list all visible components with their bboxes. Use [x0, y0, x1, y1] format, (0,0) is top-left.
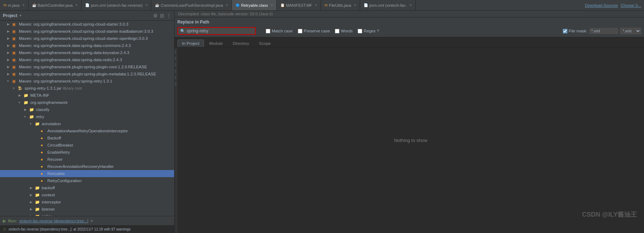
tree-item-org-springframework[interactable]: ▾ 📁 org.springframework: [0, 99, 174, 106]
tab-file-utils[interactable]: m FileUtils.java ×: [321, 0, 360, 10]
scope-tab-module[interactable]: Module: [205, 39, 228, 47]
tree-item-maven-cloud-starter[interactable]: ▶ ▣ Maven: org.springframework.cloud:spr…: [0, 21, 174, 28]
choose-link[interactable]: Choose S...: [621, 3, 641, 7]
tree-item-policy-pkg[interactable]: ▶ 📁 policy: [0, 213, 174, 216]
tree-item-retry-config[interactable]: ● RetryConfiguration: [0, 177, 174, 184]
tree-item-maven-openfeign[interactable]: ▶ ▣ Maven: org.springframework.cloud:spr…: [0, 35, 174, 42]
tree-container[interactable]: ▶ ▣ Maven: org.springframework.cloud:spr…: [0, 21, 174, 216]
tree-item-interceptor-pkg[interactable]: ▶ 📁 interceptor: [0, 198, 174, 206]
tab-pom-xml-1-label: pom.xml (xintech-fac-reverse): [91, 3, 142, 7]
class-icon-8: ●: [41, 179, 46, 183]
tab-common-loan[interactable]: ☕ CommonLoanPushServiceImpl.java ×: [151, 0, 232, 10]
words-input[interactable]: [335, 29, 339, 33]
warning-icon: ⚠: [3, 227, 6, 232]
tree-item-enable-retry[interactable]: ● EnableRetry: [0, 149, 174, 156]
words-checkbox[interactable]: Words: [335, 29, 353, 33]
tree-item-maven-plugin-meta[interactable]: ▶ ▣ Maven: org.springframework.plugin:sp…: [0, 70, 174, 78]
run-close-button[interactable]: ×: [90, 218, 93, 223]
main-area: Project ▾ ⚙ ⊟ ⋮ ▶ ▣ Maven: org.springfra…: [0, 11, 644, 233]
tab-batch-controller-label: BatchController.java: [38, 3, 73, 7]
run-task-link[interactable]: xintech-fac-reverse [dependency:tree...]: [19, 219, 88, 223]
match-case-checkbox[interactable]: Match case: [266, 29, 293, 33]
tab-pom-xml-2-label: pom.xml (xintech-fac-: [369, 3, 407, 7]
scope-tab-in-project[interactable]: In Project: [177, 39, 204, 47]
tree-item-retry[interactable]: ▾ 📁 retry: [0, 113, 174, 120]
jar-icon: 🗜: [18, 86, 24, 90]
mf-icon: 📋: [280, 3, 285, 7]
class-icon: 🔷: [235, 3, 240, 7]
search-bar: Replace in Path 🔍 Match case Preserve ca…: [175, 17, 644, 37]
xml-icon-2: 📄: [364, 3, 368, 7]
search-input[interactable]: [187, 28, 253, 33]
download-sources-link[interactable]: Download Sources: [585, 3, 618, 7]
scope-tab-directory[interactable]: Directory: [228, 39, 254, 47]
tab-pom-xml-2[interactable]: 📄 pom.xml (xintech-fac- ×: [360, 0, 416, 10]
maven-icon-7: ▣: [12, 65, 18, 69]
preserve-case-input[interactable]: [298, 29, 302, 33]
run-status-message: xintech-fac-reverse [dependency:tree...]…: [9, 227, 130, 231]
dropdown-arrow[interactable]: ▾: [20, 14, 21, 17]
gear-icon[interactable]: ⋮: [166, 13, 171, 18]
file-mask-input-check[interactable]: [563, 29, 567, 33]
tree-item-recover-annotation[interactable]: ● RecoverAnnotationRecoveryHandler: [0, 163, 174, 170]
scope-tab-scope[interactable]: Scope: [254, 39, 275, 47]
folder-icon-4: 📁: [29, 115, 35, 119]
tree-item-jar-root[interactable]: ▾ 🗜 spring-retry-1.3.1.jar library root: [0, 85, 174, 92]
preserve-case-checkbox[interactable]: Preserve case: [298, 29, 330, 33]
tab-retryable-close[interactable]: ×: [271, 3, 273, 7]
tab-pom-xml-2-close[interactable]: ×: [410, 3, 412, 7]
tree-item-listener-pkg[interactable]: ▶ 📁 listener: [0, 206, 174, 213]
settings-icon[interactable]: ⚙: [153, 13, 158, 18]
class-icon-4: ●: [41, 150, 46, 154]
match-case-input[interactable]: [266, 29, 270, 33]
maven-icon: ▣: [12, 22, 18, 27]
tree-item-maven-plugin-core[interactable]: ▶ ▣ Maven: org.springframework.plugin:sp…: [0, 63, 174, 70]
tab-pom-xml-1[interactable]: 📄 pom.xml (xintech-fac-reverse) ×: [82, 0, 151, 10]
class-icon-1: ●: [41, 129, 46, 133]
folder-icon-3: 📁: [29, 107, 35, 112]
tree-item-annotation-aware[interactable]: ● AnnotationAwareRetryOperationsIntercep…: [0, 127, 174, 134]
tab-bar: m m.java × ☕ BatchController.java × 📄 po…: [0, 0, 644, 11]
tab-m-java-label: m.java: [8, 3, 19, 7]
search-title: Replace in Path: [177, 20, 209, 25]
collapse-icon[interactable]: ⊟: [160, 13, 164, 18]
tab-batch-close[interactable]: ×: [76, 3, 78, 7]
tree-item-maven-data-keyvalue[interactable]: ▶ ▣ Maven: org.springframework.data:spri…: [0, 49, 174, 56]
xml-icon-1: 📄: [85, 3, 89, 7]
tab-m-java-close[interactable]: ×: [22, 3, 25, 7]
tree-item-annotation[interactable]: ▾ 📁 annotation: [0, 120, 174, 127]
panel-title: Project: [3, 13, 17, 18]
tree-item-backoff[interactable]: ● Backoff: [0, 134, 174, 142]
tree-item-meta-inf[interactable]: ▶ 📁 META-INF: [0, 92, 174, 99]
tree-item-context-pkg[interactable]: ▶ 📁 context: [0, 191, 174, 198]
tab-file-utils-close[interactable]: ×: [354, 3, 356, 7]
tab-m-java[interactable]: m m.java ×: [0, 0, 28, 10]
regex-checkbox[interactable]: Regex ?: [358, 29, 379, 33]
file-mask-checkbox[interactable]: File mask:: [563, 29, 587, 33]
tree-item-backoff-pkg[interactable]: ▶ 📁 backoff: [0, 184, 174, 191]
tree-item-classify[interactable]: ▶ 📁 classify: [0, 106, 174, 113]
tree-item-retryable[interactable]: ● Retryable: [0, 170, 174, 177]
tab-manifest[interactable]: 📋 MANIFEST.MF ×: [277, 0, 321, 10]
file-mask-dropdown[interactable]: *.xml *.java *.class: [620, 28, 641, 34]
tree-item-maven-loadbalancer[interactable]: ▶ ▣ Maven: org.springframework.cloud:spr…: [0, 28, 174, 35]
tab-file-utils-label: FileUtils.java: [329, 3, 351, 7]
maven-icon-2: ▣: [12, 29, 18, 34]
file-mask-text-input[interactable]: [590, 28, 618, 34]
regex-input[interactable]: [358, 29, 362, 33]
maven-icon-5: ▣: [12, 51, 18, 55]
tree-item-maven-data-redis[interactable]: ▶ ▣ Maven: org.springframework.data:spri…: [0, 56, 174, 63]
tree-item-recover[interactable]: ● Recover: [0, 156, 174, 163]
folder-icon: 📁: [24, 93, 29, 98]
tab-common-loan-close[interactable]: ×: [226, 3, 228, 7]
tree-item-maven-data-commons[interactable]: ▶ ▣ Maven: org.springframework.data:spri…: [0, 42, 174, 49]
tree-item-circuit-breaker[interactable]: ● CircuitBreaker: [0, 142, 174, 149]
tab-manifest-close[interactable]: ×: [315, 3, 317, 7]
maven-icon-4: ▣: [12, 43, 18, 48]
tab-pom-xml-1-close[interactable]: ×: [145, 3, 147, 7]
tree-item-maven-retry-root[interactable]: ▾ ▣ Maven: org.springframework.retry:spr…: [0, 78, 174, 85]
tab-batch-controller[interactable]: ☕ BatchController.java ×: [28, 0, 82, 10]
run-status-bar: ⚠ xintech-fac-reverse [dependency:tree..…: [0, 225, 174, 233]
tab-retryable[interactable]: 🔷 Retryable.class ×: [232, 0, 277, 10]
class-icon-7: ●: [41, 171, 46, 176]
